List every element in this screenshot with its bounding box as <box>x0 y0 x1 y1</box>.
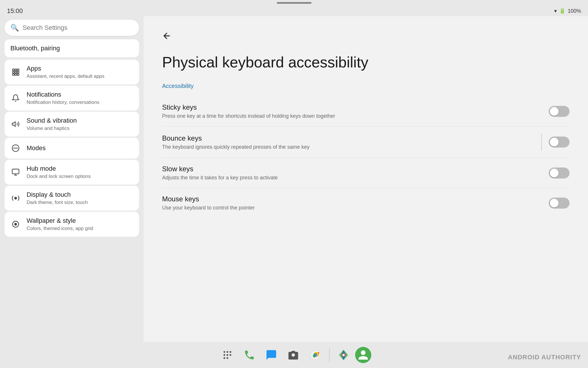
svg-point-20 <box>223 351 225 353</box>
page-title: Physical keyboard accessibility <box>162 53 570 71</box>
bounce-keys-desc: The keyboard ignores quickly repeated pr… <box>162 144 364 150</box>
slow-keys-info: Slow keys Adjusts the time it takes for … <box>162 165 549 181</box>
display-icon <box>10 193 21 203</box>
svg-point-24 <box>227 354 228 356</box>
notifications-subtitle: Notification history, conversations <box>27 100 99 105</box>
back-button[interactable] <box>162 30 174 42</box>
mouse-keys-info: Mouse keys Use your keyboard to control … <box>162 195 549 211</box>
search-bar[interactable]: 🔍 <box>5 20 139 36</box>
svg-marker-9 <box>12 122 15 126</box>
search-icon: 🔍 <box>10 24 19 32</box>
hub-title: Hub mode <box>27 165 91 172</box>
wallpaper-title: Wallpaper & style <box>27 217 93 225</box>
sticky-keys-desc: Press one key at a time for shortcuts in… <box>162 113 364 119</box>
wallpaper-icon <box>10 219 21 229</box>
sidebar-item-apps[interactable]: Apps Assistant, recent apps, default app… <box>5 60 139 84</box>
svg-point-22 <box>229 351 231 353</box>
wifi-icon: ▾ <box>554 8 557 14</box>
sidebar-item-hub[interactable]: Hub mode Dock and lock screen options <box>5 160 139 185</box>
slow-keys-title: Slow keys <box>162 165 549 173</box>
apps-title: Apps <box>27 65 104 72</box>
apps-text: Apps Assistant, recent apps, default app… <box>27 65 104 79</box>
taskbar: ANDROID AUTHORITY <box>0 342 588 368</box>
svg-point-16 <box>15 198 16 198</box>
svg-point-27 <box>227 357 228 359</box>
section-header: Accessibility <box>162 83 570 92</box>
taskbar-messages-icon[interactable] <box>261 345 282 365</box>
notifications-title: Notifications <box>27 91 99 98</box>
svg-point-26 <box>223 357 225 359</box>
sticky-keys-toggle[interactable] <box>549 106 570 117</box>
slow-keys-knob <box>550 169 559 177</box>
sound-text: Sound & vibration Volume and haptics <box>27 117 77 131</box>
sticky-keys-knob <box>550 107 559 116</box>
svg-rect-1 <box>15 69 17 71</box>
modes-title: Modes <box>27 144 46 152</box>
sidebar-item-modes[interactable]: Modes <box>5 138 139 159</box>
svg-point-21 <box>227 351 228 353</box>
svg-rect-6 <box>13 74 14 76</box>
status-icons: ▾ 🔋 100% <box>554 8 581 14</box>
sidebar-item-wallpaper[interactable]: Wallpaper & style Colors, themed icons, … <box>5 212 139 237</box>
svg-point-25 <box>229 354 231 356</box>
taskbar-chrome-icon[interactable] <box>305 345 326 365</box>
settings-list: Sticky keys Press one key at a time for … <box>162 96 570 218</box>
content-panel: Physical keyboard accessibility Accessib… <box>144 16 588 342</box>
mouse-keys-toggle[interactable] <box>549 198 570 209</box>
taskbar-icons <box>0 345 588 365</box>
taskbar-apps-icon[interactable] <box>217 345 238 365</box>
vertical-divider <box>541 133 542 151</box>
handle-bar <box>0 0 588 6</box>
sticky-keys-title: Sticky keys <box>162 103 549 111</box>
apps-icon <box>10 67 21 77</box>
bounce-keys-toggle[interactable] <box>549 137 570 148</box>
hub-icon <box>10 167 21 177</box>
bluetooth-item[interactable]: Bluetooth, pairing <box>5 39 139 57</box>
modes-text: Modes <box>27 144 46 152</box>
apps-subtitle: Assistant, recent apps, default apps <box>27 73 104 79</box>
taskbar-kite-icon[interactable] <box>333 345 354 365</box>
taskbar-divider <box>329 348 330 362</box>
display-text: Display & touch Dark theme, font size, t… <box>27 191 88 205</box>
modes-icon <box>10 143 21 153</box>
svg-rect-5 <box>17 71 19 73</box>
svg-rect-7 <box>15 74 17 76</box>
svg-rect-4 <box>15 71 17 73</box>
svg-point-33 <box>342 354 345 356</box>
status-bar: 15:00 ▾ 🔋 100% <box>0 6 588 16</box>
taskbar-camera-icon[interactable] <box>283 345 304 365</box>
hub-text: Hub mode Dock and lock screen options <box>27 165 91 179</box>
slow-keys-item: Slow keys Adjusts the time it takes for … <box>162 158 570 188</box>
taskbar-phone-icon[interactable] <box>239 345 260 365</box>
display-title: Display & touch <box>27 191 88 198</box>
svg-rect-0 <box>13 69 14 71</box>
svg-rect-2 <box>17 69 19 71</box>
notifications-icon <box>10 93 21 103</box>
svg-point-23 <box>223 354 225 356</box>
mouse-keys-desc: Use your keyboard to control the pointer <box>162 205 364 211</box>
watermark: ANDROID AUTHORITY <box>508 354 581 361</box>
bluetooth-label: Bluetooth, pairing <box>10 45 60 52</box>
sound-subtitle: Volume and haptics <box>27 126 77 131</box>
display-subtitle: Dark theme, font size, touch <box>27 200 88 205</box>
mouse-keys-title: Mouse keys <box>162 195 549 203</box>
slow-keys-desc: Adjusts the time it takes for a key pres… <box>162 175 364 181</box>
sticky-keys-info: Sticky keys Press one key at a time for … <box>162 103 549 119</box>
taskbar-profile-icon[interactable] <box>355 347 371 363</box>
search-input[interactable] <box>23 24 133 32</box>
mouse-keys-item: Mouse keys Use your keyboard to control … <box>162 188 570 218</box>
slow-keys-toggle[interactable] <box>549 168 570 179</box>
sound-title: Sound & vibration <box>27 117 77 124</box>
battery-text: 100% <box>568 8 581 14</box>
drag-handle <box>277 2 311 4</box>
bounce-keys-title: Bounce keys <box>162 134 534 142</box>
hub-subtitle: Dock and lock screen options <box>27 174 91 179</box>
sidebar-item-sound[interactable]: Sound & vibration Volume and haptics <box>5 112 139 137</box>
status-time: 15:00 <box>7 7 23 15</box>
bounce-keys-info: Bounce keys The keyboard ignores quickly… <box>162 134 534 150</box>
sidebar-item-notifications[interactable]: Notifications Notification history, conv… <box>5 86 139 111</box>
wallpaper-text: Wallpaper & style Colors, themed icons, … <box>27 217 93 231</box>
mouse-keys-knob <box>550 199 559 207</box>
sidebar-item-display[interactable]: Display & touch Dark theme, font size, t… <box>5 186 139 211</box>
svg-rect-3 <box>13 71 14 73</box>
